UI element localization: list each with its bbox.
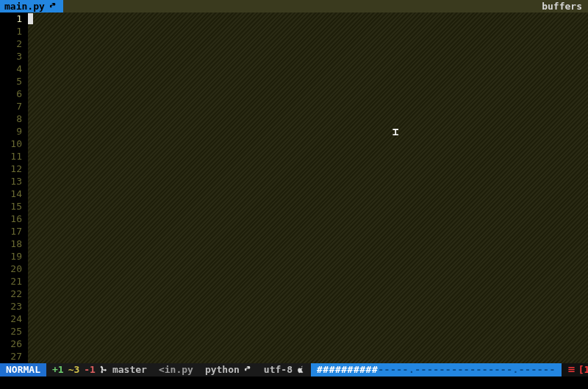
encoding-segment: utf-8 [258, 363, 311, 376]
gutter-line-number: 26 [0, 338, 22, 350]
gutter-line-number: 12 [0, 163, 22, 175]
gutter-line-number: 9 [0, 125, 22, 138]
gutter-line-number: 19 [0, 250, 22, 263]
statusline: NORMAL +1 ~3 -1 master <in.py python utf… [0, 363, 588, 376]
gutter-line-number: 25 [0, 325, 22, 338]
apple-icon [297, 365, 305, 374]
editor-viewport[interactable]: 1123456789101112131415161718192021222324… [0, 13, 588, 363]
gutter-line-number: 27 [0, 350, 22, 363]
buffer[interactable]: ⌶ [28, 13, 588, 363]
gutter: 1123456789101112131415161718192021222324… [0, 13, 28, 363]
gutter-line-number: 16 [0, 213, 22, 225]
git-added: +1 [52, 364, 64, 375]
git-branch-icon [100, 365, 108, 374]
cursor-block [28, 13, 33, 24]
tab-bar: main.py buffers [0, 0, 588, 13]
encoding-label: utf-8 [264, 364, 293, 375]
diagnostics-count: [118] [578, 364, 588, 375]
gutter-line-number: 18 [0, 238, 22, 250]
diagnostics-segment[interactable]: [118]tr… [562, 363, 588, 376]
scrollbar-segment: ##########-----.----------------.------ [311, 363, 562, 376]
error-icon [567, 365, 576, 374]
svg-rect-1 [568, 369, 574, 370]
svg-rect-2 [568, 371, 574, 372]
text-caret-icon: ⌶ [392, 127, 398, 136]
gutter-line-number: 10 [0, 138, 22, 150]
gutter-line-number: 24 [0, 313, 22, 325]
gutter-line-number: 1 [0, 25, 22, 38]
svg-rect-0 [568, 367, 574, 368]
gutter-line-number: 14 [0, 188, 22, 200]
gutter-line-number: 3 [0, 50, 22, 63]
terminal-row[interactable] [0, 376, 588, 389]
git-removed: -1 [84, 364, 96, 375]
gutter-line-number: 17 [0, 225, 22, 238]
git-segment: +1 ~3 -1 master [46, 363, 153, 376]
python-icon [244, 365, 252, 374]
gutter-line-number: 15 [0, 200, 22, 213]
gutter-line-number: 20 [0, 263, 22, 275]
gutter-line-number: 13 [0, 175, 22, 188]
git-branch: master [112, 364, 147, 375]
gutter-line-number: 22 [0, 288, 22, 300]
tab-file-label: main.py [4, 1, 45, 12]
gutter-line-number: 5 [0, 75, 22, 88]
gutter-line-number: 2 [0, 38, 22, 50]
git-modified: ~3 [68, 364, 80, 375]
gutter-line-number: 4 [0, 63, 22, 75]
gutter-line-number: 8 [0, 113, 22, 125]
gutter-line-number: 7 [0, 100, 22, 113]
reads-from: <in.py [153, 363, 199, 376]
tab-active[interactable]: main.py [0, 0, 63, 13]
gutter-line-number: 21 [0, 275, 22, 288]
gutter-line-number: 23 [0, 300, 22, 313]
mode-indicator: NORMAL [0, 363, 46, 376]
filetype-label: python [205, 364, 240, 375]
python-icon [49, 2, 57, 10]
gutter-line-number: 6 [0, 88, 22, 100]
gutter-line-number: 1 [0, 13, 22, 25]
filetype-segment: python [199, 363, 258, 376]
tabbar-right-label[interactable]: buffers [536, 1, 588, 12]
gutter-line-number: 28 [0, 363, 22, 363]
gutter-line-number: 11 [0, 150, 22, 163]
